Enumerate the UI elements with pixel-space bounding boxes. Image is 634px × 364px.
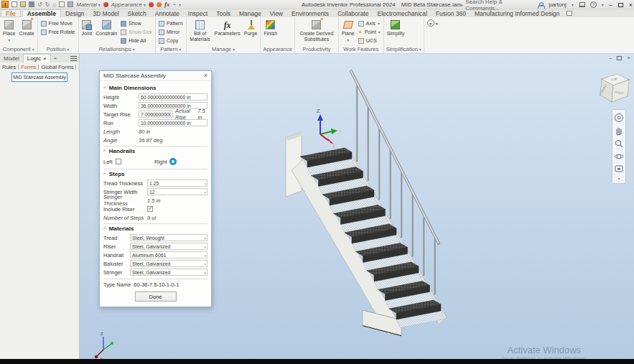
collapse-icon[interactable]	[103, 148, 106, 154]
measure-icon[interactable]	[67, 1, 73, 7]
inventor-logo-icon[interactable]: I	[1, 1, 9, 8]
component-group-label[interactable]: Component	[0, 45, 37, 53]
position-group-label[interactable]: Position	[38, 45, 78, 53]
joint-button[interactable]: Joint	[80, 18, 94, 45]
done-button[interactable]: Done	[135, 291, 177, 302]
tab-sketch[interactable]: Sketch	[123, 9, 151, 17]
user-avatar-icon[interactable]	[538, 2, 544, 8]
appearance-dropdown[interactable]: Appearance	[111, 1, 146, 8]
signed-in-user[interactable]: partonj	[549, 1, 566, 8]
collapse-icon[interactable]	[103, 171, 106, 177]
tab-collaborate[interactable]: Collaborate	[333, 9, 373, 17]
view-cube[interactable]: TOP FRONT RIGHT	[600, 74, 630, 103]
help-icon[interactable]: ?	[590, 1, 597, 8]
run-input[interactable]	[139, 119, 208, 126]
zoom-icon[interactable]	[614, 139, 624, 149]
collapse-icon[interactable]	[103, 225, 106, 232]
tab-assemble[interactable]: Assemble	[22, 9, 61, 17]
doc-restore-button[interactable]	[617, 56, 622, 60]
simplification-group-label[interactable]: Simplification	[384, 45, 424, 53]
help-dropdown-icon[interactable]: ▾	[602, 2, 604, 7]
free-move-button[interactable]: Free Move	[39, 19, 77, 27]
tab-annotate[interactable]: Annotate	[151, 9, 184, 17]
height-input[interactable]	[139, 93, 208, 101]
appearance-ball-red-icon[interactable]	[149, 2, 154, 7]
productivity-group-label[interactable]: Productivity	[295, 45, 338, 53]
work-features-group-label[interactable]: Work Features	[339, 45, 383, 53]
look-at-icon[interactable]	[614, 164, 624, 173]
handrail-left-checkbox[interactable]	[116, 159, 121, 164]
tab-environments[interactable]: Environments	[287, 9, 333, 17]
tab-file[interactable]: File	[1, 9, 21, 17]
home-icon[interactable]: ⌂	[52, 1, 56, 8]
appearance-ball-orange-icon[interactable]	[157, 2, 162, 7]
window-restore-button[interactable]	[618, 3, 623, 7]
riser-material-combo[interactable]: Steel, Galvanized	[130, 243, 208, 250]
doc-minimize-button[interactable]: –	[609, 55, 612, 61]
save-icon[interactable]	[29, 1, 34, 7]
tab-tools[interactable]: Tools	[212, 9, 235, 17]
window-close-button[interactable]: ×	[629, 1, 633, 9]
subtab-forms[interactable]: Forms	[21, 64, 36, 70]
redo-icon[interactable]: ↻	[45, 1, 50, 8]
free-rotate-button[interactable]: Free Rotate	[39, 28, 77, 36]
full-navigation-wheel-icon[interactable]	[614, 113, 624, 123]
create-button[interactable]: Create	[18, 18, 36, 45]
include-riser-checkbox[interactable]	[147, 206, 153, 212]
target-rise-input[interactable]	[139, 111, 173, 118]
stringer-width-combo[interactable]: 12	[147, 188, 208, 195]
collapse-icon[interactable]	[103, 85, 106, 91]
tab-logic-browser[interactable]: Logic ×	[23, 54, 51, 62]
tab-options-icon[interactable]: ·	[567, 9, 575, 17]
tab-3d-model[interactable]: 3D Model	[88, 9, 123, 17]
mid-staircase-assembly-form-button[interactable]: MID Staircase Assembly	[11, 73, 67, 82]
tab-design[interactable]: Design	[61, 9, 88, 17]
section-materials[interactable]: Materials	[103, 223, 208, 233]
dialog-close-icon[interactable]: ×	[204, 73, 208, 79]
manage-group-label[interactable]: Manage	[187, 45, 261, 53]
baluster-material-combo[interactable]: Steel, Galvanized	[130, 260, 208, 267]
pattern-group-label[interactable]: Pattern	[156, 45, 186, 53]
show-button[interactable]: Show	[119, 19, 154, 27]
navbar-dropdown-icon[interactable]: ▾	[617, 176, 620, 181]
add-tab-button[interactable]: +	[51, 55, 60, 62]
tread-thickness-combo[interactable]: 1.25	[147, 179, 208, 187]
subtab-rules[interactable]: Rules	[2, 64, 16, 70]
user-dropdown-icon[interactable]: ▾	[572, 2, 574, 7]
point-button[interactable]: ✦Point	[357, 28, 382, 36]
fx-parameters-icon[interactable]: fx	[164, 1, 170, 8]
handrail-right-toggle[interactable]	[169, 158, 177, 165]
tread-material-combo[interactable]: Steel, Wrought	[130, 234, 208, 241]
tab-close-icon[interactable]: ×	[43, 55, 47, 62]
section-main-dimensions[interactable]: Main Dimensions	[103, 83, 208, 93]
tab-view[interactable]: View	[266, 9, 287, 17]
relationships-group-label[interactable]: Relationships	[79, 45, 155, 53]
hide-all-button[interactable]: Hide All	[119, 37, 154, 45]
plane-button[interactable]: Plane	[340, 18, 356, 45]
new-file-icon[interactable]	[11, 1, 17, 7]
tab-inspect[interactable]: Inspect	[184, 9, 212, 17]
sketch-icon[interactable]	[59, 1, 65, 7]
dialog-title-bar[interactable]: MID Staircase Assembly ×	[100, 71, 211, 81]
browser-menu-icon[interactable]	[70, 56, 77, 61]
tab-electromechanical[interactable]: Electromechanical	[373, 9, 431, 17]
material-dropdown[interactable]: Material	[76, 1, 100, 8]
add-icon[interactable]: +	[172, 1, 176, 8]
section-steps[interactable]: Steps	[103, 169, 208, 179]
tab-manage[interactable]: Manage	[235, 9, 266, 17]
window-minimize-button[interactable]: –	[609, 1, 612, 9]
orbit-icon[interactable]	[614, 151, 624, 162]
mirror-button[interactable]: Mirror	[157, 28, 185, 36]
simplify-button[interactable]: Simplify	[386, 18, 406, 45]
axis-button[interactable]: Axis	[357, 19, 382, 27]
store-cart-icon[interactable]	[579, 2, 585, 7]
place-button[interactable]: Place	[1, 18, 17, 45]
finish-button[interactable]: Finish	[262, 18, 279, 45]
copy-button[interactable]: Copy	[157, 37, 185, 45]
purge-button[interactable]: Purge	[243, 18, 259, 45]
bill-of-materials-button[interactable]: Bill of Materials	[188, 18, 213, 45]
handrail-material-combo[interactable]: Aluminum 6061	[130, 251, 208, 258]
constrain-button[interactable]: Constrain	[94, 18, 118, 45]
tab-model-browser[interactable]: Model	[0, 54, 23, 62]
help-search-input[interactable]: ▸ Search Help & Commands...	[461, 0, 533, 11]
